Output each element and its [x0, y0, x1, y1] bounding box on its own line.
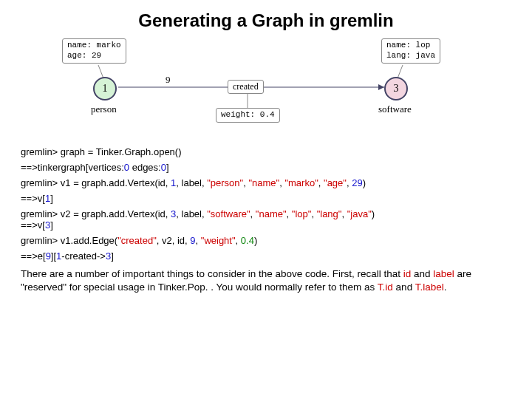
prose-paragraph: There are a number of important things t… [21, 267, 511, 293]
code-line-8: ==>e[9][1-created->3] [21, 250, 511, 262]
vertex-1: 1 [93, 77, 117, 100]
code-line-5: gremlin> v2 = graph.add.Vertex(id, 3, la… [21, 208, 511, 231]
code-line-4: ==>v[1] [21, 193, 511, 204]
code-line-2: ==>tinkergraph[vertices:0 edges:0] [21, 162, 511, 173]
page-title: Generating a Graph in gremlin [21, 10, 511, 31]
vertex-1-props-tag: name: marko age: 29 [62, 38, 126, 64]
edge-label: created [228, 80, 264, 94]
code-line-7: gremlin> v1.add.Edge("created", v2, id, … [21, 235, 511, 246]
code-line-1: gremlin> graph = Tinker.Graph.open() [21, 146, 511, 157]
vertex-3-props-tag: name: lop lang: java [381, 38, 440, 64]
svg-marker-4 [378, 84, 384, 90]
edge-id: 9 [166, 74, 171, 86]
edge-weight-tag: weight: 0.4 [216, 108, 280, 123]
graph-diagram: name: marko age: 29 name: lop lang: java… [21, 35, 511, 139]
code-block: gremlin> graph = Tinker.Graph.open() ==>… [21, 146, 511, 262]
vertex-1-label: person [91, 103, 117, 115]
vertex-3-label: software [378, 103, 412, 115]
vertex-3: 3 [384, 77, 408, 100]
code-line-3: gremlin> v1 = graph.add.Vertex(id, 1, la… [21, 177, 511, 188]
